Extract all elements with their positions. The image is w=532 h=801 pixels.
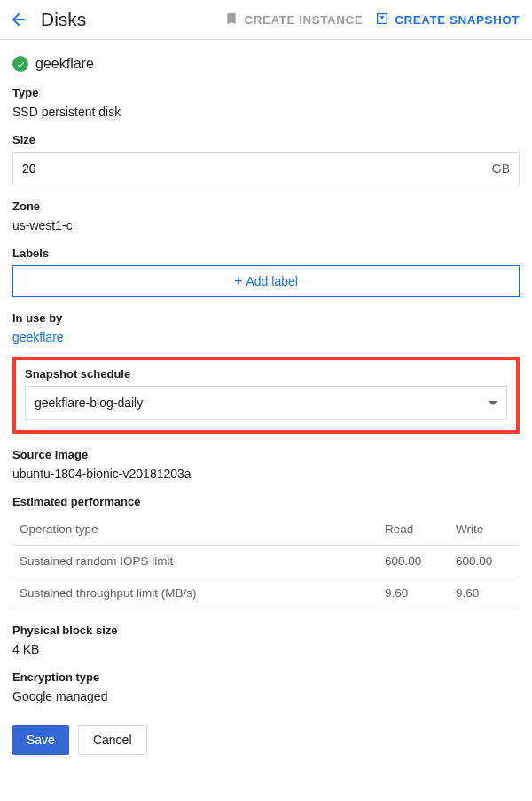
labels-label: Labels: [12, 247, 520, 260]
table-row: Sustained random IOPS limit 600.00 600.0…: [12, 546, 520, 577]
disk-name: geekflare: [35, 56, 94, 72]
snapshot-schedule-select[interactable]: geekflare-blog-daily: [25, 386, 507, 420]
footer-actions: Save Cancel: [12, 725, 520, 755]
snapshot-icon: [375, 12, 389, 28]
encryption-label: Encryption type: [12, 671, 520, 684]
size-field: GB: [12, 152, 520, 185]
snapshot-schedule-section: Snapshot schedule geekflare-blog-daily: [12, 357, 520, 434]
size-unit: GB: [492, 161, 510, 176]
snapshot-schedule-value: geekflare-blog-daily: [35, 396, 143, 410]
content: geekflare Type SSD persistent disk Size …: [0, 40, 532, 771]
perf-header-read: Read: [378, 514, 449, 546]
cancel-button[interactable]: Cancel: [78, 725, 147, 755]
size-label: Size: [12, 133, 520, 146]
create-snapshot-label: CREATE SNAPSHOT: [395, 13, 520, 27]
perf-write: 9.60: [449, 577, 520, 609]
save-button[interactable]: Save: [12, 725, 69, 755]
create-snapshot-button[interactable]: CREATE SNAPSHOT: [375, 12, 520, 28]
add-label-button[interactable]: + Add label: [12, 265, 520, 297]
perf-op: Sustained throughput limit (MB/s): [12, 577, 378, 609]
page-title: Disks: [41, 9, 86, 30]
size-input[interactable]: [22, 161, 492, 176]
table-row: Sustained throughput limit (MB/s) 9.60 9…: [12, 577, 520, 609]
type-label: Type: [12, 86, 520, 99]
create-instance-label: CREATE INSTANCE: [244, 13, 363, 27]
disk-heading: geekflare: [12, 56, 520, 72]
type-value: SSD persistent disk: [12, 105, 520, 119]
back-arrow-icon[interactable]: [9, 10, 28, 29]
block-size-value: 4 KB: [12, 642, 520, 656]
in-use-by-link[interactable]: geekflare: [12, 330, 520, 344]
topbar: Disks CREATE INSTANCE CREATE SNAPSHOT: [0, 0, 532, 40]
perf-write: 600.00: [449, 546, 520, 577]
chevron-down-icon: [489, 401, 497, 405]
status-ok-icon: [12, 56, 28, 72]
perf-read: 600.00: [378, 546, 449, 577]
perf-header-write: Write: [449, 514, 520, 546]
zone-label: Zone: [12, 200, 520, 213]
perf-read: 9.60: [378, 577, 449, 609]
encryption-value: Google managed: [12, 689, 520, 703]
create-instance-button[interactable]: CREATE INSTANCE: [224, 12, 363, 28]
perf-op: Sustained random IOPS limit: [12, 546, 378, 577]
plus-icon: +: [234, 273, 242, 289]
zone-value: us-west1-c: [12, 218, 520, 232]
bookmark-icon: [224, 12, 239, 28]
performance-table: Operation type Read Write Sustained rand…: [12, 514, 520, 609]
in-use-by-label: In use by: [12, 311, 520, 325]
block-size-label: Physical block size: [12, 624, 520, 637]
perf-header-op: Operation type: [12, 514, 378, 546]
estimated-performance-label: Estimated performance: [12, 495, 520, 508]
source-image-value: ubuntu-1804-bionic-v20181203a: [12, 467, 520, 481]
add-label-text: Add label: [246, 274, 297, 288]
source-image-label: Source image: [12, 448, 520, 461]
snapshot-schedule-label: Snapshot schedule: [25, 367, 507, 381]
